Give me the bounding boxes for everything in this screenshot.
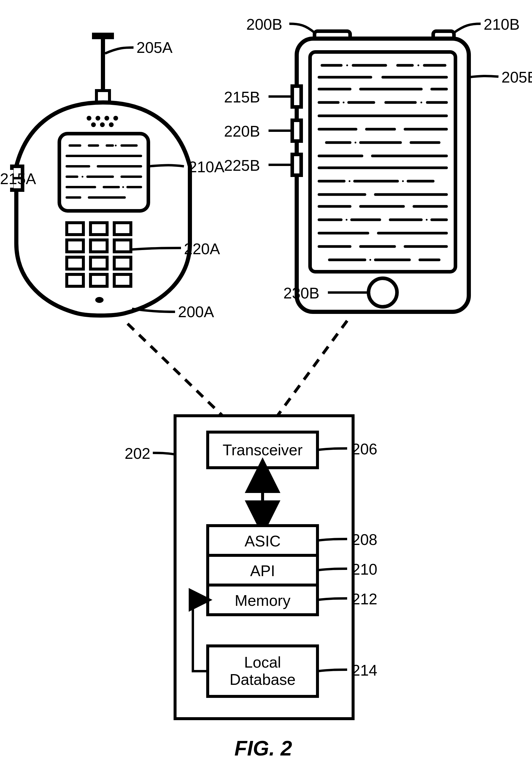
block-localdb-line2: Database (208, 671, 318, 688)
device-200B (292, 31, 469, 312)
figure-caption: FIG. 2 (234, 736, 292, 760)
svg-rect-32 (114, 223, 131, 235)
block-asic: ASIC (208, 532, 318, 550)
svg-point-54 (346, 64, 348, 66)
svg-rect-36 (67, 257, 83, 269)
svg-rect-34 (91, 240, 107, 252)
label-208: 208 (352, 531, 378, 548)
svg-line-105 (277, 321, 347, 416)
label-230B: 230B (283, 284, 319, 302)
svg-point-66 (420, 102, 422, 103)
svg-rect-40 (91, 275, 107, 286)
svg-rect-1 (92, 33, 114, 39)
svg-point-27 (122, 186, 124, 188)
svg-point-7 (113, 116, 118, 121)
svg-rect-47 (292, 120, 301, 141)
svg-rect-30 (67, 223, 83, 235)
svg-rect-46 (292, 86, 301, 107)
block-memory: Memory (208, 591, 318, 609)
svg-rect-41 (114, 275, 131, 286)
label-225B: 225B (224, 157, 260, 174)
svg-point-93 (426, 219, 427, 221)
svg-point-65 (343, 102, 345, 103)
label-202: 202 (125, 444, 150, 462)
svg-point-5 (96, 116, 100, 121)
svg-point-10 (109, 122, 114, 127)
label-206: 206 (352, 440, 378, 458)
svg-rect-49 (310, 52, 455, 272)
label-215A-fix: 215A (0, 170, 13, 188)
svg-point-81 (349, 180, 351, 182)
block-api: API (208, 562, 318, 580)
svg-point-42 (95, 297, 104, 303)
svg-point-74 (355, 142, 356, 143)
label-200B: 200B (246, 15, 282, 33)
label-210A: 210A (188, 158, 224, 176)
label-220A: 220A (184, 240, 220, 258)
svg-point-23 (82, 176, 83, 178)
svg-point-55 (417, 64, 419, 66)
svg-point-103 (369, 278, 397, 307)
svg-point-82 (402, 180, 404, 182)
diagram-canvas: 205A 210A 215A 220A 200A 200B 210B 205B … (0, 0, 532, 765)
svg-rect-31 (91, 223, 107, 235)
label-205B: 205B (501, 68, 532, 86)
svg-rect-35 (114, 240, 131, 252)
label-210B: 210B (484, 15, 520, 33)
svg-rect-38 (114, 257, 131, 269)
svg-point-4 (87, 116, 92, 121)
svg-point-9 (100, 122, 105, 127)
svg-point-92 (346, 219, 348, 221)
label-210: 210 (352, 560, 378, 578)
svg-point-8 (91, 122, 96, 127)
label-220B: 220B (224, 122, 260, 140)
svg-rect-33 (67, 240, 83, 252)
label-212: 212 (352, 590, 378, 608)
svg-point-16 (115, 145, 117, 146)
block-transceiver: Transceiver (208, 441, 318, 459)
device-200A (12, 33, 190, 316)
block-localdb-line1: Local (208, 653, 318, 671)
svg-rect-0 (101, 37, 105, 91)
label-205A: 205A (136, 39, 172, 56)
label-200A: 200A (178, 303, 214, 321)
svg-rect-39 (67, 275, 83, 286)
svg-rect-37 (91, 257, 107, 269)
svg-point-6 (105, 116, 109, 121)
label-214: 214 (352, 661, 378, 679)
svg-point-102 (370, 259, 371, 261)
diagram-svg (0, 0, 532, 765)
svg-line-104 (128, 324, 222, 416)
svg-rect-48 (292, 154, 301, 175)
label-215B: 215B (224, 88, 260, 106)
